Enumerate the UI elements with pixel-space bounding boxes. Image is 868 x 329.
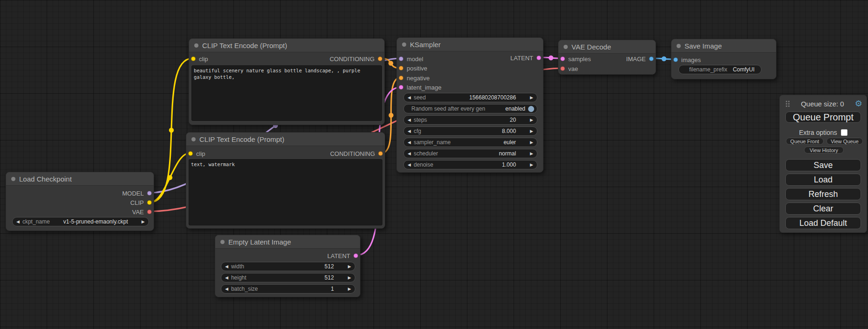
increment-arrow-icon[interactable]: ▶ [530,140,533,145]
collapse-dot-icon[interactable] [402,42,406,47]
node-empty-latent-image[interactable]: Empty Latent ImageLATENT◀width512▶◀heigh… [215,235,360,297]
node-load-checkpoint[interactable]: Load CheckpointMODELCLIPVAE◀ckpt_namev1-… [6,172,154,231]
widget-sampler_name[interactable]: ◀sampler_nameeuler▶ [403,138,537,147]
node-save-image[interactable]: Save Imageimagesfilename_prefixComfyUI [671,39,776,79]
widget-cfg[interactable]: ◀cfg8.000▶ [403,126,537,136]
view-queue-button[interactable]: View Queue [826,138,863,145]
model-input-slot[interactable] [399,56,403,61]
clip-input-slot[interactable] [191,56,196,61]
decrement-arrow-icon[interactable]: ◀ [408,96,411,100]
refresh-button[interactable]: Refresh [785,188,861,200]
prompt-textarea[interactable]: text, watermark [189,159,382,225]
node-title-bar[interactable]: VAE Decode [558,40,656,54]
negative-input-slot[interactable] [399,76,403,80]
node-graph-canvas[interactable]: Queue size: 0 ⚙ Queue Prompt Extra optio… [0,0,868,329]
decrement-arrow-icon[interactable]: ◀ [408,140,411,145]
view-history-button[interactable]: View History [804,147,844,154]
widget-value: 8.000 [502,128,516,134]
node-title-label: KSampler [410,41,441,49]
CLIP-output-slot[interactable] [147,200,152,205]
increment-arrow-icon[interactable]: ▶ [530,152,533,156]
VAE-output-slot[interactable] [147,210,152,214]
widget-Random seed after every gen[interactable]: Random seed after every genenabled [403,104,537,113]
collapse-dot-icon[interactable] [564,45,568,49]
settings-gear-icon[interactable]: ⚙ [855,99,862,108]
vae-input-slot[interactable] [560,66,565,71]
widget-batch_size[interactable]: ◀batch_size1▶ [221,284,355,294]
input-slot-label: samples [568,56,591,63]
drag-handle-icon[interactable] [785,100,790,107]
extra-options-checkbox[interactable] [841,129,847,136]
MODEL-output-slot[interactable] [147,191,152,196]
decrement-arrow-icon[interactable]: ◀ [408,152,411,156]
node-title-bar[interactable]: CLIP Text Encode (Prompt) [186,133,385,146]
decrement-arrow-icon[interactable]: ◀ [16,220,20,224]
output-slot-label: LATENT [327,252,350,259]
prompt-textarea[interactable]: beautiful scenery nature glass bottle la… [191,65,382,121]
widget-seed[interactable]: ◀seed156680208700286▶ [403,93,537,102]
LATENT-output-slot[interactable] [536,56,541,60]
node-clip-text-encode-negative[interactable]: CLIP Text Encode (Prompt)clipCONDITIONIN… [186,132,385,229]
clear-button[interactable]: Clear [785,203,861,215]
link-midpoint-dot [169,128,174,133]
node-ksampler[interactable]: KSamplermodelpositivenegativelatent_imag… [396,37,543,173]
widget-ckpt_name[interactable]: ◀ckpt_namev1-5-pruned-emaonly.ckpt▶ [12,217,149,226]
collapse-dot-icon[interactable] [677,44,681,48]
increment-arrow-icon[interactable]: ▶ [348,276,351,280]
node-title-bar[interactable]: Load Checkpoint [6,172,154,186]
output-slot-label: IMAGE [626,56,646,63]
widget-label: filename_prefix [689,66,727,73]
widget-label: width [231,263,244,270]
collapse-dot-icon[interactable] [194,43,198,48]
decrement-arrow-icon[interactable]: ◀ [225,265,228,269]
increment-arrow-icon[interactable]: ▶ [530,96,533,100]
node-vae-decode[interactable]: VAE DecodesamplesvaeIMAGE [558,40,656,75]
node-title-bar[interactable]: Empty Latent Image [215,235,360,249]
increment-arrow-icon[interactable]: ▶ [530,129,533,133]
collapse-dot-icon[interactable] [220,240,225,244]
positive-input-slot[interactable] [399,66,403,70]
samples-input-slot[interactable] [560,56,565,61]
increment-arrow-icon[interactable]: ▶ [141,220,145,224]
load-button[interactable]: Load [785,174,861,186]
widget-filename_prefix[interactable]: filename_prefixComfyUI [678,65,762,74]
increment-arrow-icon[interactable]: ▶ [530,118,533,122]
toggle-dot-icon[interactable] [528,106,534,112]
CONDITIONING-output-slot[interactable] [378,151,383,156]
LATENT-output-slot[interactable] [353,253,358,258]
latent_image-input-slot[interactable] [399,85,403,90]
node-title-bar[interactable]: Save Image [671,39,776,53]
images-input-slot[interactable] [673,57,678,62]
widget-scheduler[interactable]: ◀schedulernormal▶ [403,149,537,158]
increment-arrow-icon[interactable]: ▶ [348,287,351,291]
collapse-dot-icon[interactable] [11,177,15,181]
widget-value: normal [499,150,516,157]
node-title-bar[interactable]: KSampler [397,38,543,51]
widget-label: ckpt_name [22,218,50,225]
queue-prompt-button[interactable]: Queue Prompt [785,112,861,123]
queue-front-button[interactable]: Queue Front [786,138,824,145]
node-title-bar[interactable]: CLIP Text Encode (Prompt) [189,39,384,52]
decrement-arrow-icon[interactable]: ◀ [408,118,411,122]
clip-input-slot[interactable] [188,151,193,156]
widget-width[interactable]: ◀width512▶ [221,262,355,271]
decrement-arrow-icon[interactable]: ◀ [225,276,228,280]
widget-height[interactable]: ◀height512▶ [221,273,355,282]
node-title-label: Save Image [685,42,722,50]
queue-size-label: Queue size: 0 [790,100,855,108]
increment-arrow-icon[interactable]: ▶ [348,265,351,269]
decrement-arrow-icon[interactable]: ◀ [408,163,411,167]
decrement-arrow-icon[interactable]: ◀ [225,287,228,291]
collapse-dot-icon[interactable] [191,137,196,141]
decrement-arrow-icon[interactable]: ◀ [408,129,411,133]
save-button[interactable]: Save [785,159,861,171]
output-slot-label: MODEL [122,190,144,197]
widget-steps[interactable]: ◀steps20▶ [403,115,537,125]
widget-label: cfg [414,128,421,134]
widget-denoise[interactable]: ◀denoise1.000▶ [403,160,537,169]
increment-arrow-icon[interactable]: ▶ [530,163,533,167]
load-default-button[interactable]: Load Default [785,217,861,229]
CONDITIONING-output-slot[interactable] [378,56,382,61]
node-clip-text-encode-positive[interactable]: CLIP Text Encode (Prompt)clipCONDITIONIN… [189,38,385,125]
IMAGE-output-slot[interactable] [649,56,654,61]
